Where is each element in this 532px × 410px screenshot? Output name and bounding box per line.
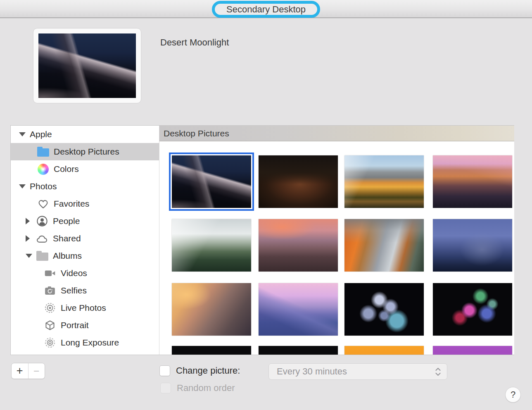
chevron-down-icon[interactable]	[26, 254, 36, 258]
sidebar-item-desktop-pictures[interactable]: Desktop Pictures	[11, 143, 159, 160]
source-browser: Apple Desktop Pictures Colors Photos Fav…	[10, 125, 514, 355]
chevron-right-icon[interactable]	[26, 218, 36, 224]
wallpaper-thumbnail[interactable]	[172, 219, 251, 272]
wallpaper-image	[172, 155, 251, 208]
wallpaper-thumbnail[interactable]	[172, 346, 251, 355]
source-sidebar: Apple Desktop Pictures Colors Photos Fav…	[11, 126, 159, 355]
sidebar-item-favorites[interactable]: Favorites	[11, 195, 159, 212]
chevron-down-icon[interactable]	[19, 184, 29, 188]
wallpaper-thumbnail[interactable]	[172, 283, 251, 336]
sidebar-item-selfies[interactable]: Selfies	[11, 282, 159, 299]
long-exposure-icon	[43, 336, 57, 349]
chevron-right-icon[interactable]	[26, 235, 36, 242]
cube-icon	[43, 319, 57, 331]
sidebar-group-apple[interactable]: Apple	[11, 126, 159, 143]
window-titlebar: Secondary Desktop	[0, 0, 532, 18]
panorama-icon	[43, 354, 57, 355]
change-picture-row: Change picture:	[159, 365, 240, 376]
live-photos-icon	[43, 302, 57, 314]
desktop-screensaver-window: Secondary Desktop Desert Moonlight Apple…	[0, 0, 532, 410]
wallpaper-gallery: Desktop Pictures	[159, 126, 514, 355]
window-title-highlight: Secondary Desktop	[212, 1, 320, 18]
gallery-header: Desktop Pictures	[159, 126, 514, 141]
wallpaper-thumbnail[interactable]	[259, 219, 338, 272]
sidebar-item-long-exposure[interactable]: Long Exposure	[11, 334, 159, 351]
remove-button[interactable]: −	[28, 363, 45, 379]
wallpaper-thumbnail[interactable]	[344, 155, 424, 208]
interval-popup-button[interactable]: Every 30 minutes	[268, 363, 447, 380]
selfie-camera-icon	[43, 284, 57, 297]
current-wallpaper-image	[38, 33, 136, 98]
wallpaper-thumbnail[interactable]	[344, 346, 424, 355]
question-mark-icon: ?	[511, 389, 515, 400]
wallpaper-name-label: Desert Moonlight	[160, 37, 229, 48]
gallery-grid	[159, 141, 514, 355]
person-icon	[36, 215, 49, 227]
color-wheel-icon	[36, 163, 50, 175]
window-title: Secondary Desktop	[226, 4, 306, 15]
heart-icon	[36, 198, 50, 210]
sidebar-item-colors[interactable]: Colors	[11, 160, 159, 178]
current-wallpaper-preview	[33, 28, 141, 103]
wallpaper-thumbnail[interactable]	[344, 219, 424, 272]
wallpaper-thumbnail[interactable]	[433, 283, 512, 336]
sidebar-item-panoramas[interactable]: Panoramas	[11, 351, 159, 355]
wallpaper-thumbnail[interactable]	[344, 283, 424, 336]
video-camera-icon	[43, 267, 57, 279]
change-picture-checkbox[interactable]	[159, 365, 170, 376]
sidebar-item-live-photos[interactable]: Live Photos	[11, 299, 159, 317]
add-button[interactable]: +	[12, 363, 28, 379]
random-order-label: Random order	[177, 383, 235, 393]
sidebar-item-portrait[interactable]: Portrait	[11, 317, 159, 334]
interval-value: Every 30 minutes	[277, 366, 435, 377]
cloud-icon	[36, 232, 49, 245]
sidebar-item-people[interactable]: People	[11, 212, 159, 230]
gallery-header-label: Desktop Pictures	[164, 129, 229, 138]
sidebar-group-photos[interactable]: Photos	[11, 178, 159, 195]
sidebar-item-videos[interactable]: Videos	[11, 265, 159, 282]
random-order-checkbox[interactable]	[160, 383, 171, 393]
wallpaper-thumbnail[interactable]	[433, 155, 512, 208]
stepper-icon	[435, 367, 441, 376]
folder-icon	[36, 145, 50, 158]
sidebar-item-albums[interactable]: Albums	[11, 247, 159, 265]
wallpaper-thumbnail[interactable]	[259, 283, 338, 336]
wallpaper-thumbnail[interactable]	[433, 219, 512, 272]
wallpaper-thumbnail[interactable]	[259, 346, 338, 355]
folder-icon	[36, 250, 49, 262]
wallpaper-thumbnail-selected[interactable]	[169, 153, 254, 211]
random-order-row: Random order	[160, 383, 235, 393]
change-picture-label: Change picture:	[176, 365, 240, 376]
wallpaper-thumbnail[interactable]	[259, 155, 338, 208]
sidebar-item-shared[interactable]: Shared	[11, 230, 159, 247]
chevron-down-icon[interactable]	[19, 132, 29, 136]
help-button[interactable]: ?	[505, 387, 521, 403]
add-remove-control: + −	[11, 363, 45, 379]
wallpaper-thumbnail[interactable]	[433, 346, 512, 355]
